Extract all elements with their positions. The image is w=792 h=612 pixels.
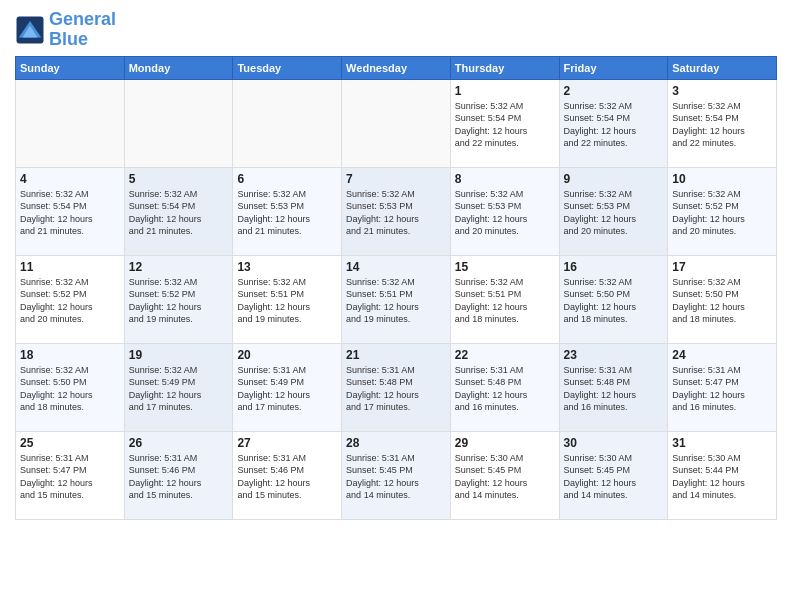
day-of-week-header: Wednesday bbox=[342, 56, 451, 79]
day-number: 25 bbox=[20, 436, 120, 450]
calendar-cell: 13Sunrise: 5:32 AM Sunset: 5:51 PM Dayli… bbox=[233, 255, 342, 343]
calendar-header-row: SundayMondayTuesdayWednesdayThursdayFrid… bbox=[16, 56, 777, 79]
day-of-week-header: Thursday bbox=[450, 56, 559, 79]
calendar-cell: 25Sunrise: 5:31 AM Sunset: 5:47 PM Dayli… bbox=[16, 431, 125, 519]
day-info: Sunrise: 5:32 AM Sunset: 5:54 PM Dayligh… bbox=[672, 100, 772, 150]
calendar-cell: 17Sunrise: 5:32 AM Sunset: 5:50 PM Dayli… bbox=[668, 255, 777, 343]
calendar-cell: 2Sunrise: 5:32 AM Sunset: 5:54 PM Daylig… bbox=[559, 79, 668, 167]
day-number: 15 bbox=[455, 260, 555, 274]
calendar-cell: 24Sunrise: 5:31 AM Sunset: 5:47 PM Dayli… bbox=[668, 343, 777, 431]
header: GeneralBlue bbox=[15, 10, 777, 50]
calendar-cell: 28Sunrise: 5:31 AM Sunset: 5:45 PM Dayli… bbox=[342, 431, 451, 519]
calendar-cell bbox=[342, 79, 451, 167]
calendar-table: SundayMondayTuesdayWednesdayThursdayFrid… bbox=[15, 56, 777, 520]
day-number: 17 bbox=[672, 260, 772, 274]
day-number: 22 bbox=[455, 348, 555, 362]
calendar-cell: 14Sunrise: 5:32 AM Sunset: 5:51 PM Dayli… bbox=[342, 255, 451, 343]
day-info: Sunrise: 5:30 AM Sunset: 5:45 PM Dayligh… bbox=[564, 452, 664, 502]
day-info: Sunrise: 5:32 AM Sunset: 5:49 PM Dayligh… bbox=[129, 364, 229, 414]
day-number: 13 bbox=[237, 260, 337, 274]
calendar-cell: 1Sunrise: 5:32 AM Sunset: 5:54 PM Daylig… bbox=[450, 79, 559, 167]
day-info: Sunrise: 5:32 AM Sunset: 5:54 PM Dayligh… bbox=[455, 100, 555, 150]
day-number: 14 bbox=[346, 260, 446, 274]
day-number: 21 bbox=[346, 348, 446, 362]
calendar-cell bbox=[16, 79, 125, 167]
calendar-cell: 23Sunrise: 5:31 AM Sunset: 5:48 PM Dayli… bbox=[559, 343, 668, 431]
day-info: Sunrise: 5:32 AM Sunset: 5:53 PM Dayligh… bbox=[237, 188, 337, 238]
day-number: 18 bbox=[20, 348, 120, 362]
calendar-cell: 8Sunrise: 5:32 AM Sunset: 5:53 PM Daylig… bbox=[450, 167, 559, 255]
calendar-cell: 16Sunrise: 5:32 AM Sunset: 5:50 PM Dayli… bbox=[559, 255, 668, 343]
day-number: 31 bbox=[672, 436, 772, 450]
calendar-cell: 31Sunrise: 5:30 AM Sunset: 5:44 PM Dayli… bbox=[668, 431, 777, 519]
day-number: 1 bbox=[455, 84, 555, 98]
day-info: Sunrise: 5:32 AM Sunset: 5:53 PM Dayligh… bbox=[455, 188, 555, 238]
day-number: 19 bbox=[129, 348, 229, 362]
day-of-week-header: Saturday bbox=[668, 56, 777, 79]
day-info: Sunrise: 5:32 AM Sunset: 5:52 PM Dayligh… bbox=[672, 188, 772, 238]
day-number: 16 bbox=[564, 260, 664, 274]
day-of-week-header: Tuesday bbox=[233, 56, 342, 79]
day-of-week-header: Friday bbox=[559, 56, 668, 79]
day-number: 20 bbox=[237, 348, 337, 362]
day-info: Sunrise: 5:32 AM Sunset: 5:54 PM Dayligh… bbox=[129, 188, 229, 238]
day-info: Sunrise: 5:31 AM Sunset: 5:48 PM Dayligh… bbox=[346, 364, 446, 414]
day-info: Sunrise: 5:32 AM Sunset: 5:54 PM Dayligh… bbox=[20, 188, 120, 238]
calendar-cell: 12Sunrise: 5:32 AM Sunset: 5:52 PM Dayli… bbox=[124, 255, 233, 343]
calendar-cell: 18Sunrise: 5:32 AM Sunset: 5:50 PM Dayli… bbox=[16, 343, 125, 431]
calendar-week-row: 4Sunrise: 5:32 AM Sunset: 5:54 PM Daylig… bbox=[16, 167, 777, 255]
calendar-cell: 11Sunrise: 5:32 AM Sunset: 5:52 PM Dayli… bbox=[16, 255, 125, 343]
day-of-week-header: Monday bbox=[124, 56, 233, 79]
day-number: 8 bbox=[455, 172, 555, 186]
calendar-cell: 20Sunrise: 5:31 AM Sunset: 5:49 PM Dayli… bbox=[233, 343, 342, 431]
day-info: Sunrise: 5:32 AM Sunset: 5:50 PM Dayligh… bbox=[564, 276, 664, 326]
day-number: 24 bbox=[672, 348, 772, 362]
calendar-cell: 30Sunrise: 5:30 AM Sunset: 5:45 PM Dayli… bbox=[559, 431, 668, 519]
calendar-cell: 6Sunrise: 5:32 AM Sunset: 5:53 PM Daylig… bbox=[233, 167, 342, 255]
day-info: Sunrise: 5:31 AM Sunset: 5:46 PM Dayligh… bbox=[237, 452, 337, 502]
calendar-cell: 29Sunrise: 5:30 AM Sunset: 5:45 PM Dayli… bbox=[450, 431, 559, 519]
day-number: 12 bbox=[129, 260, 229, 274]
day-info: Sunrise: 5:32 AM Sunset: 5:51 PM Dayligh… bbox=[237, 276, 337, 326]
calendar-cell: 9Sunrise: 5:32 AM Sunset: 5:53 PM Daylig… bbox=[559, 167, 668, 255]
day-info: Sunrise: 5:31 AM Sunset: 5:45 PM Dayligh… bbox=[346, 452, 446, 502]
day-info: Sunrise: 5:32 AM Sunset: 5:54 PM Dayligh… bbox=[564, 100, 664, 150]
day-number: 2 bbox=[564, 84, 664, 98]
calendar-week-row: 1Sunrise: 5:32 AM Sunset: 5:54 PM Daylig… bbox=[16, 79, 777, 167]
day-info: Sunrise: 5:31 AM Sunset: 5:49 PM Dayligh… bbox=[237, 364, 337, 414]
day-number: 3 bbox=[672, 84, 772, 98]
calendar-cell: 27Sunrise: 5:31 AM Sunset: 5:46 PM Dayli… bbox=[233, 431, 342, 519]
day-number: 5 bbox=[129, 172, 229, 186]
day-info: Sunrise: 5:32 AM Sunset: 5:53 PM Dayligh… bbox=[564, 188, 664, 238]
calendar-cell: 5Sunrise: 5:32 AM Sunset: 5:54 PM Daylig… bbox=[124, 167, 233, 255]
day-number: 6 bbox=[237, 172, 337, 186]
calendar-cell: 21Sunrise: 5:31 AM Sunset: 5:48 PM Dayli… bbox=[342, 343, 451, 431]
day-info: Sunrise: 5:32 AM Sunset: 5:53 PM Dayligh… bbox=[346, 188, 446, 238]
day-info: Sunrise: 5:31 AM Sunset: 5:47 PM Dayligh… bbox=[672, 364, 772, 414]
calendar-cell: 22Sunrise: 5:31 AM Sunset: 5:48 PM Dayli… bbox=[450, 343, 559, 431]
logo-text: GeneralBlue bbox=[49, 10, 116, 50]
day-number: 23 bbox=[564, 348, 664, 362]
day-info: Sunrise: 5:32 AM Sunset: 5:52 PM Dayligh… bbox=[129, 276, 229, 326]
day-number: 26 bbox=[129, 436, 229, 450]
day-info: Sunrise: 5:32 AM Sunset: 5:51 PM Dayligh… bbox=[346, 276, 446, 326]
day-number: 11 bbox=[20, 260, 120, 274]
calendar-cell: 26Sunrise: 5:31 AM Sunset: 5:46 PM Dayli… bbox=[124, 431, 233, 519]
day-of-week-header: Sunday bbox=[16, 56, 125, 79]
calendar-cell: 4Sunrise: 5:32 AM Sunset: 5:54 PM Daylig… bbox=[16, 167, 125, 255]
calendar-cell: 15Sunrise: 5:32 AM Sunset: 5:51 PM Dayli… bbox=[450, 255, 559, 343]
calendar-cell bbox=[124, 79, 233, 167]
day-info: Sunrise: 5:31 AM Sunset: 5:47 PM Dayligh… bbox=[20, 452, 120, 502]
calendar-week-row: 18Sunrise: 5:32 AM Sunset: 5:50 PM Dayli… bbox=[16, 343, 777, 431]
day-info: Sunrise: 5:30 AM Sunset: 5:45 PM Dayligh… bbox=[455, 452, 555, 502]
page-container: GeneralBlue SundayMondayTuesdayWednesday… bbox=[0, 0, 792, 530]
calendar-cell: 7Sunrise: 5:32 AM Sunset: 5:53 PM Daylig… bbox=[342, 167, 451, 255]
calendar-cell: 10Sunrise: 5:32 AM Sunset: 5:52 PM Dayli… bbox=[668, 167, 777, 255]
day-info: Sunrise: 5:30 AM Sunset: 5:44 PM Dayligh… bbox=[672, 452, 772, 502]
day-number: 9 bbox=[564, 172, 664, 186]
day-number: 27 bbox=[237, 436, 337, 450]
day-info: Sunrise: 5:31 AM Sunset: 5:48 PM Dayligh… bbox=[564, 364, 664, 414]
day-number: 10 bbox=[672, 172, 772, 186]
calendar-cell: 19Sunrise: 5:32 AM Sunset: 5:49 PM Dayli… bbox=[124, 343, 233, 431]
day-number: 7 bbox=[346, 172, 446, 186]
